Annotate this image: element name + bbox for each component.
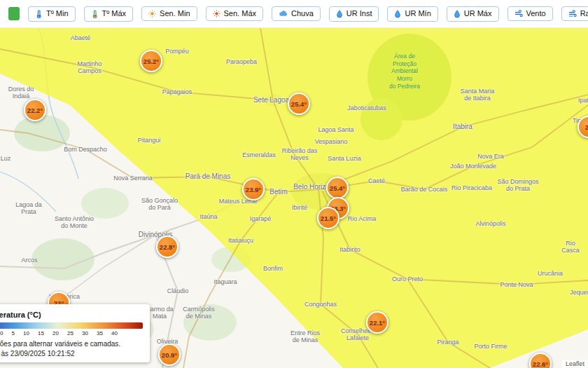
temperature-marker[interactable]: 25.4° <box>326 177 349 199</box>
protected-area-label: Área de Proteção Ambiental Morro do Pedr… <box>389 53 420 90</box>
toolbar-buttons: Tº MinTº MáxSen. MinSen. MáxChuvaUR Inst… <box>28 6 588 22</box>
legend-hint: Use os botões para alternar variáveis e … <box>0 340 143 348</box>
legend-scale-value: 20 <box>52 330 59 336</box>
map-attribution-link[interactable]: Leaflet <box>562 360 588 368</box>
legend-scale-value: 30 <box>82 330 88 336</box>
legend-title-row: Temperatura (°C) <box>0 310 143 319</box>
humidity-icon <box>336 10 343 18</box>
humidity-icon <box>394 10 401 18</box>
toolbar-button-label: Vento <box>526 10 546 18</box>
toolbar-button-t-max[interactable]: Tº Máx <box>84 6 134 22</box>
toolbar-button-label: UR Inst <box>346 10 372 18</box>
legend-gradient-bar <box>0 322 143 329</box>
temperature-marker[interactable]: 23.9° <box>242 178 265 200</box>
humidity-icon <box>454 10 461 18</box>
toolbar-button-t-min[interactable]: Tº Min <box>28 6 76 22</box>
weather-map-app: Tº MinTº MáxSen. MinSen. MáxChuvaUR Inst… <box>0 0 588 368</box>
temperature-marker[interactable]: 25.4° <box>288 93 310 115</box>
toolbar-button-label: UR Mín <box>405 10 430 18</box>
temperature-marker[interactable]: 20.9° <box>158 343 181 366</box>
toolbar-button-sen-max[interactable]: Sen. Máx <box>206 6 263 21</box>
toolbar-button-label: UR Máx <box>464 10 492 18</box>
temperature-marker[interactable]: 25.2° <box>140 50 162 72</box>
toolbar-button-label: Sen. Min <box>160 10 190 18</box>
gust-icon <box>568 10 577 18</box>
toolbar-button-label: Chuva <box>291 10 314 18</box>
toolbar-button-chuva[interactable]: Chuva <box>272 6 321 21</box>
legend-scale: 0510152025303540 <box>0 330 118 336</box>
wind-icon <box>514 10 523 18</box>
toolbar-button-label: Sen. Máx <box>224 10 256 18</box>
active-layer-icon[interactable] <box>8 7 20 20</box>
thermometer-max-icon <box>91 10 99 18</box>
variables-toolbar: Tº MinTº MáxSen. MinSen. MáxChuvaUR Inst… <box>0 0 588 28</box>
temperature-marker[interactable]: 22.8° <box>156 236 178 258</box>
temperature-marker[interactable]: 22.1° <box>366 311 388 334</box>
thermometer-min-icon <box>35 10 43 18</box>
sun-min-icon <box>148 10 156 18</box>
legend-title: Temperatura (°C) <box>0 311 41 319</box>
sun-max-icon <box>213 10 220 18</box>
legend-scale-value: 35 <box>97 330 103 336</box>
temperature-marker[interactable]: 22.2° <box>24 99 46 121</box>
toolbar-button-label: Tº Máx <box>102 10 127 18</box>
toolbar-button-sen-min[interactable]: Sen. Min <box>141 6 197 21</box>
legend-panel: Temperatura (°C) 0510152025303540 Use os… <box>0 304 150 362</box>
map-canvas[interactable]: AbaetéPompéuMartinho CamposParaopebaDore… <box>0 28 588 368</box>
legend-scale-value: 5 <box>12 330 15 336</box>
legend-scale-value: 15 <box>38 330 44 336</box>
legend-scale-value: 40 <box>111 330 118 336</box>
toolbar-button-label: Rajadas <box>580 10 588 18</box>
legend-scale-value: 25 <box>67 330 74 336</box>
rain-cloud-icon <box>279 10 288 18</box>
toolbar-button-label: Tº Min <box>46 10 69 18</box>
toolbar-button-rajadas[interactable]: Rajadas <box>561 6 588 21</box>
toolbar-button-ur-max[interactable]: UR Máx <box>447 6 499 22</box>
toolbar-button-ur-min[interactable]: UR Mín <box>387 6 438 22</box>
legend-updated-timestamp: Atualizado às 23/09/2025 10:21:52 <box>0 350 143 357</box>
toolbar-button-ur-inst[interactable]: UR Inst <box>329 6 379 22</box>
legend-scale-value: 0 <box>0 330 3 336</box>
legend-scale-value: 10 <box>23 330 29 336</box>
temperature-marker[interactable]: 21.5° <box>317 207 340 229</box>
toolbar-button-vento[interactable]: Vento <box>507 6 553 21</box>
